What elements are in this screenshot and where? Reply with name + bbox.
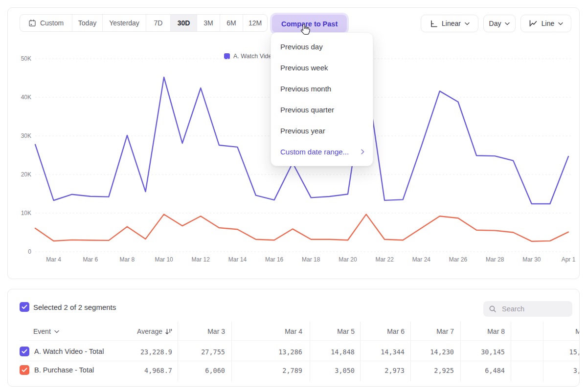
cell-value: 6,484 bbox=[427, 367, 505, 374]
y-axis-label: 20K bbox=[21, 171, 31, 178]
compare-to-past-menu: Previous dayPrevious weekPrevious monthP… bbox=[271, 32, 373, 166]
event-column-header[interactable]: Event bbox=[33, 327, 59, 335]
x-axis-label: Mar 20 bbox=[339, 256, 357, 263]
x-axis-label: Mar 16 bbox=[265, 256, 284, 263]
cell-value: 30,145 bbox=[427, 348, 505, 356]
menu-item-label: Custom date range... bbox=[280, 148, 349, 156]
y-axis-label: 10K bbox=[21, 210, 31, 217]
check-icon bbox=[22, 349, 27, 354]
select-all-checkbox[interactable] bbox=[20, 302, 29, 312]
row-checkbox-1[interactable] bbox=[20, 347, 29, 356]
x-axis-label: Mar 24 bbox=[412, 256, 431, 263]
y-axis-label: 30K bbox=[21, 132, 31, 139]
x-axis-label: Apr 1 bbox=[562, 256, 576, 263]
cell-value: 6,060 bbox=[147, 367, 225, 374]
row-label: B. Purchase - Total bbox=[34, 366, 94, 374]
analytics-dashboard: CustomTodayYesterday7D30D3M6M12M Compare… bbox=[0, 0, 587, 392]
column-header-mar-3: Mar 3 bbox=[152, 327, 225, 335]
x-axis-label: Mar 4 bbox=[46, 256, 61, 263]
x-axis-label: Mar 10 bbox=[155, 256, 173, 263]
cell-value: 3, bbox=[503, 367, 580, 374]
x-axis-label: Mar 6 bbox=[83, 256, 98, 263]
y-axis-label: 40K bbox=[21, 94, 31, 101]
column-header-m: M bbox=[508, 327, 580, 335]
x-axis-label: Mar 8 bbox=[120, 256, 135, 263]
selected-segments-label: Selected 2 of 2 segments bbox=[33, 303, 116, 311]
menu-item-previous-year[interactable]: Previous year bbox=[271, 120, 373, 141]
x-axis-label: Mar 28 bbox=[486, 256, 504, 263]
segments-panel: Selected 2 of 2 segments Event AverageMa… bbox=[7, 289, 580, 387]
x-axis-label: Mar 12 bbox=[192, 256, 210, 263]
x-axis-label: Mar 26 bbox=[449, 256, 468, 263]
event-header-label: Event bbox=[33, 327, 51, 335]
search-input[interactable] bbox=[501, 305, 566, 313]
chevron-down-icon bbox=[54, 330, 59, 333]
menu-item-previous-week[interactable]: Previous week bbox=[271, 57, 373, 78]
menu-item-previous-quarter[interactable]: Previous quarter bbox=[271, 99, 373, 120]
x-axis-label: Mar 22 bbox=[375, 256, 394, 263]
x-axis-label: Mar 18 bbox=[302, 256, 320, 263]
menu-item-previous-month[interactable]: Previous month bbox=[271, 78, 373, 99]
x-axis-label: Mar 30 bbox=[522, 256, 541, 263]
row-separator bbox=[20, 340, 579, 341]
x-axis-label: Mar 14 bbox=[228, 256, 247, 263]
cell-value: 15, bbox=[503, 348, 580, 356]
check-icon bbox=[22, 368, 27, 372]
row-separator bbox=[20, 361, 579, 361]
check-icon bbox=[22, 305, 27, 309]
menu-item-custom-date-range[interactable]: Custom date range... bbox=[271, 141, 373, 162]
y-axis-label: 50K bbox=[21, 55, 31, 62]
chevron-right-icon bbox=[361, 149, 364, 154]
column-header-mar-8: Mar 8 bbox=[431, 327, 505, 335]
series-line-b-purchase[interactable] bbox=[35, 214, 568, 241]
cell-value: 27,755 bbox=[147, 348, 225, 356]
row-checkbox-2[interactable] bbox=[20, 365, 29, 375]
search-icon bbox=[489, 305, 497, 313]
search-box bbox=[483, 301, 572, 317]
menu-item-previous-day[interactable]: Previous day bbox=[271, 36, 373, 57]
y-axis-label: 0 bbox=[28, 248, 31, 255]
